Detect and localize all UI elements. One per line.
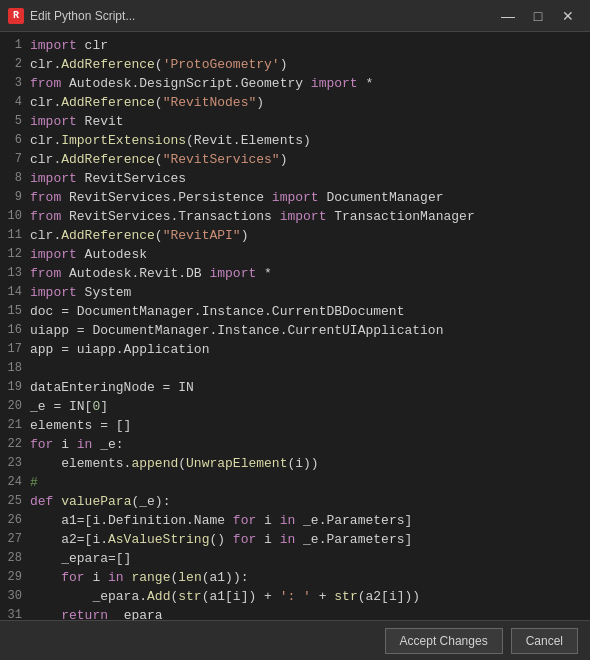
code-line: 1import clr: [0, 36, 590, 55]
maximize-button[interactable]: □: [524, 4, 552, 28]
minimize-button[interactable]: —: [494, 4, 522, 28]
code-editor[interactable]: 1import clr2clr.AddReference('ProtoGeome…: [0, 32, 590, 620]
line-number: 4: [0, 93, 30, 112]
line-code: import System: [30, 283, 131, 302]
title-bar-left: R Edit Python Script...: [8, 8, 135, 24]
code-line: 15doc = DocumentManager.Instance.Current…: [0, 302, 590, 321]
code-line: 2clr.AddReference('ProtoGeometry'): [0, 55, 590, 74]
line-number: 21: [0, 416, 30, 435]
code-line: 7clr.AddReference("RevitServices"): [0, 150, 590, 169]
line-code: clr.AddReference('ProtoGeometry'): [30, 55, 288, 74]
line-code: app = uiapp.Application: [30, 340, 209, 359]
code-line: 28 _epara=[]: [0, 549, 590, 568]
line-number: 11: [0, 226, 30, 245]
code-line: 20_e = IN[0]: [0, 397, 590, 416]
line-number: 6: [0, 131, 30, 150]
line-code: import RevitServices: [30, 169, 186, 188]
line-code: a2=[i.AsValueString() for i in _e.Parame…: [30, 530, 412, 549]
line-code: def valuePara(_e):: [30, 492, 170, 511]
code-line: 12import Autodesk: [0, 245, 590, 264]
bottom-bar: Accept Changes Cancel: [0, 620, 590, 660]
line-code: elements.append(UnwrapElement(i)): [30, 454, 319, 473]
code-line: 23 elements.append(UnwrapElement(i)): [0, 454, 590, 473]
line-number: 22: [0, 435, 30, 454]
line-number: 7: [0, 150, 30, 169]
code-line: 25def valuePara(_e):: [0, 492, 590, 511]
line-number: 29: [0, 568, 30, 587]
code-line: 4clr.AddReference("RevitNodes"): [0, 93, 590, 112]
code-line: 3from Autodesk.DesignScript.Geometry imp…: [0, 74, 590, 93]
line-number: 1: [0, 36, 30, 55]
app-icon: R: [8, 8, 24, 24]
code-line: 10from RevitServices.Transactions import…: [0, 207, 590, 226]
line-number: 14: [0, 283, 30, 302]
code-line: 19dataEnteringNode = IN: [0, 378, 590, 397]
line-code: #: [30, 473, 38, 492]
code-line: 31 return _epara: [0, 606, 590, 620]
line-code: _e = IN[0]: [30, 397, 108, 416]
code-line: 29 for i in range(len(a1)):: [0, 568, 590, 587]
code-line: 5import Revit: [0, 112, 590, 131]
accept-changes-button[interactable]: Accept Changes: [385, 628, 503, 654]
line-code: uiapp = DocumentManager.Instance.Current…: [30, 321, 443, 340]
cancel-button[interactable]: Cancel: [511, 628, 578, 654]
code-line: 11clr.AddReference("RevitAPI"): [0, 226, 590, 245]
line-number: 13: [0, 264, 30, 283]
line-code: from RevitServices.Persistence import Do…: [30, 188, 444, 207]
line-number: 28: [0, 549, 30, 568]
code-line: 30 _epara.Add(str(a1[i]) + ': ' + str(a2…: [0, 587, 590, 606]
line-code: clr.AddReference("RevitServices"): [30, 150, 288, 169]
line-number: 10: [0, 207, 30, 226]
line-number: 2: [0, 55, 30, 74]
line-code: dataEnteringNode = IN: [30, 378, 194, 397]
line-number: 15: [0, 302, 30, 321]
line-number: 3: [0, 74, 30, 93]
line-code: elements = []: [30, 416, 131, 435]
code-line: 16uiapp = DocumentManager.Instance.Curre…: [0, 321, 590, 340]
code-line: 22for i in _e:: [0, 435, 590, 454]
code-line: 13from Autodesk.Revit.DB import *: [0, 264, 590, 283]
title-bar: R Edit Python Script... — □ ✕: [0, 0, 590, 32]
line-number: 23: [0, 454, 30, 473]
line-number: 19: [0, 378, 30, 397]
line-number: 31: [0, 606, 30, 620]
line-code: doc = DocumentManager.Instance.CurrentDB…: [30, 302, 404, 321]
line-code: from Autodesk.Revit.DB import *: [30, 264, 272, 283]
line-code: clr.ImportExtensions(Revit.Elements): [30, 131, 311, 150]
line-code: import Autodesk: [30, 245, 147, 264]
line-number: 12: [0, 245, 30, 264]
code-line: 9from RevitServices.Persistence import D…: [0, 188, 590, 207]
line-code: clr.AddReference("RevitAPI"): [30, 226, 248, 245]
line-code: _epara.Add(str(a1[i]) + ': ' + str(a2[i]…: [30, 587, 420, 606]
code-line: 24#: [0, 473, 590, 492]
code-line: 18: [0, 359, 590, 378]
line-number: 5: [0, 112, 30, 131]
line-number: 25: [0, 492, 30, 511]
line-number: 20: [0, 397, 30, 416]
window-title: Edit Python Script...: [30, 9, 135, 23]
line-code: import clr: [30, 36, 108, 55]
line-number: 26: [0, 511, 30, 530]
line-code: _epara=[]: [30, 549, 131, 568]
line-number: 17: [0, 340, 30, 359]
line-number: 16: [0, 321, 30, 340]
code-line: 17app = uiapp.Application: [0, 340, 590, 359]
line-code: import Revit: [30, 112, 124, 131]
code-line: 14import System: [0, 283, 590, 302]
line-code: a1=[i.Definition.Name for i in _e.Parame…: [30, 511, 412, 530]
code-line: 8import RevitServices: [0, 169, 590, 188]
line-number: 27: [0, 530, 30, 549]
line-number: 30: [0, 587, 30, 606]
window-controls: — □ ✕: [494, 4, 582, 28]
line-number: 18: [0, 359, 30, 378]
close-button[interactable]: ✕: [554, 4, 582, 28]
line-number: 8: [0, 169, 30, 188]
line-code: clr.AddReference("RevitNodes"): [30, 93, 264, 112]
line-number: 9: [0, 188, 30, 207]
line-code: for i in range(len(a1)):: [30, 568, 249, 587]
code-line: 26 a1=[i.Definition.Name for i in _e.Par…: [0, 511, 590, 530]
line-code: from Autodesk.DesignScript.Geometry impo…: [30, 74, 373, 93]
code-line: 6clr.ImportExtensions(Revit.Elements): [0, 131, 590, 150]
line-number: 24: [0, 473, 30, 492]
line-code: for i in _e:: [30, 435, 124, 454]
